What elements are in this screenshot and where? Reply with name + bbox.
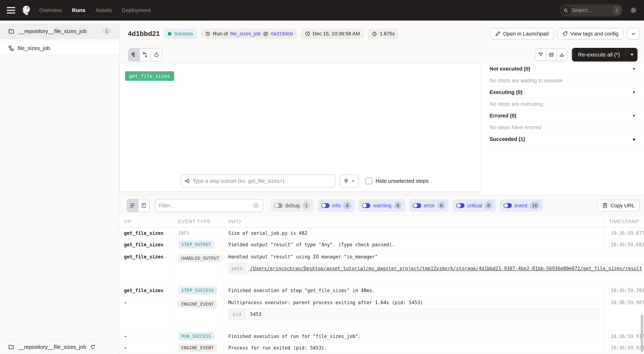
- log-row[interactable]: -RUN_SUCCESSFinished execution of run fo…: [119, 330, 644, 342]
- gantt-step-get-file-sizes[interactable]: get_file_sizes: [125, 71, 174, 81]
- log-timestamp: 10:36:59.917: [604, 330, 644, 342]
- log-info-cell: Multiprocess executor: parent process ex…: [224, 296, 604, 330]
- caret-right-icon: ▶: [633, 137, 636, 141]
- rows-button[interactable]: [546, 49, 556, 60]
- folder-icon: [8, 28, 14, 34]
- list-view-button[interactable]: [127, 199, 138, 212]
- log-row[interactable]: get_file_sizesSTEP_SUCCESSFinished execu…: [119, 285, 644, 296]
- filter-count-badge: 16: [530, 202, 539, 209]
- expand-down-button[interactable]: [536, 49, 546, 60]
- log-level-filter-debug[interactable]: debug1: [271, 199, 314, 212]
- nav-item-deployment[interactable]: Deployment: [122, 7, 151, 13]
- log-row[interactable]: -ENGINE_EVENTProcess for run exited (pid…: [119, 342, 644, 354]
- log-message: Multiprocess executor: parent process ex…: [228, 300, 423, 305]
- reexecute-all-button[interactable]: Re-execute all (*): [572, 48, 626, 62]
- main-nav: OverviewRunsAssetsDeployment: [39, 7, 151, 13]
- log-op-cell: -: [119, 296, 173, 330]
- toggle-switch-icon: [504, 203, 512, 208]
- hamburger-menu-icon[interactable]: [7, 7, 15, 14]
- log-filter-input[interactable]: [159, 203, 253, 209]
- run-duration-pill: 1.675s: [368, 29, 399, 39]
- open-in-launchpad-button[interactable]: Open in Launchpad: [490, 28, 554, 40]
- step-subset-input[interactable]: [192, 178, 332, 184]
- nav-item-overview[interactable]: Overview: [39, 7, 62, 13]
- log-row[interactable]: get_file_sizesINFOSize of serial_job.py …: [119, 227, 644, 239]
- log-op-cell: -: [119, 342, 173, 353]
- log-row[interactable]: -ENGINE_EVENTMultiprocess executor: pare…: [119, 296, 644, 330]
- refresh-icon[interactable]: [90, 344, 96, 350]
- search-shortcut-key: /: [613, 6, 620, 15]
- hide-unselected-checkbox[interactable]: [366, 178, 372, 185]
- pencil-icon: [495, 31, 500, 37]
- clipboard-icon: [602, 203, 608, 208]
- sidebar-footer-repo[interactable]: __repository__file_sizes_job: [0, 340, 119, 354]
- clock-icon: [305, 31, 310, 37]
- log-timestamp: 10:36:59.683: [604, 239, 644, 250]
- dagster-logo-icon[interactable]: [21, 5, 32, 16]
- column-header-event-type: EVENT TYPE: [173, 216, 224, 227]
- event-type-badge: STEP_OUTPUT: [178, 240, 214, 249]
- graph-query-options-button[interactable]: [340, 174, 359, 188]
- search-input[interactable]: [572, 8, 613, 13]
- step-status-section-header[interactable]: Errored (0)▼: [481, 110, 644, 122]
- log-row[interactable]: get_file_sizesSTEP_OUTPUTYielded output …: [119, 239, 644, 250]
- log-row[interactable]: get_file_sizesHANDLED_OUTPUTHandled outp…: [119, 250, 644, 285]
- scrollbar-thumb[interactable]: [641, 314, 643, 352]
- status-badge: Success: [164, 29, 197, 39]
- event-type-badge: HANDLED_OUTPUT: [178, 254, 222, 263]
- zoom-controls: [535, 49, 567, 61]
- log-level-filter-error[interactable]: error0: [409, 199, 449, 212]
- chevron-down-icon: [631, 31, 636, 37]
- copy-url-button[interactable]: Copy URL: [597, 200, 640, 211]
- event-type-badge: RUN_SUCCESS: [178, 332, 214, 340]
- reexecute-split-button: Re-execute all (*): [572, 48, 638, 62]
- reexecute-dropdown-button[interactable]: [626, 48, 638, 62]
- log-info-cell: Yielded output "result" of type "Any". (…: [224, 239, 604, 250]
- toggle-switch-icon: [321, 203, 330, 208]
- filter-label: error: [424, 203, 435, 209]
- structured-view-button[interactable]: [138, 199, 149, 212]
- log-level-filter-info[interactable]: info4: [318, 199, 354, 212]
- gear-icon[interactable]: [630, 7, 637, 14]
- log-event-type-cell: STEP_SUCCESS: [173, 285, 224, 296]
- step-status-section-header[interactable]: Executing (0)▼: [481, 87, 644, 98]
- log-level-filter-event[interactable]: event16: [500, 199, 543, 212]
- collapse-up-button[interactable]: [556, 49, 567, 60]
- log-message: Yielded output "result" of type "Any". (…: [228, 242, 395, 247]
- more-actions-button[interactable]: [627, 28, 640, 40]
- log-info-cell: Process for run exited (pid: 5453).: [224, 342, 604, 353]
- status-dot-icon: [168, 32, 172, 36]
- step-subset-input-box: [180, 174, 336, 188]
- log-level-filter-warning[interactable]: warning0: [358, 199, 405, 212]
- snapshot-link[interactable]: 0a318dcb: [271, 31, 293, 37]
- sidebar-repo-row[interactable]: __repository__file_sizes_job 1: [0, 24, 119, 39]
- event-type-badge: STEP_SUCCESS: [178, 286, 217, 295]
- nav-item-runs[interactable]: Runs: [72, 7, 86, 13]
- log-info-cell: Finished execution of step "get_file_siz…: [224, 285, 604, 296]
- timer-view-button[interactable]: [151, 48, 162, 61]
- log-level-filter-critical[interactable]: critical0: [453, 199, 496, 212]
- view-tags-config-button[interactable]: View tags and config: [557, 28, 624, 40]
- search-box[interactable]: /: [560, 4, 623, 16]
- step-status-section-header[interactable]: Not executed (0)▼: [481, 63, 644, 75]
- waterfall-view-button[interactable]: [140, 48, 151, 61]
- section-title: Errored (0): [490, 113, 516, 119]
- log-message: Finished execution of run for "file_size…: [228, 334, 361, 339]
- sidebar-item-file-sizes-job[interactable]: file_sizes_job: [0, 42, 119, 55]
- metadata-path-link[interactable]: /Users/erincochran/Desktop/asset_tutoria…: [250, 266, 642, 271]
- clear-filter-icon[interactable]: [253, 203, 259, 209]
- log-info-cell: Size of serial_job.py is 482: [224, 227, 604, 239]
- top-nav: OverviewRunsAssetsDeployment /: [0, 0, 644, 21]
- flat-gantt-view-button[interactable]: [128, 48, 140, 61]
- toggle-knob: [413, 204, 417, 208]
- log-info-cell: Finished execution of run for "file_size…: [224, 330, 604, 342]
- log-timestamp: 10:36:59.907: [604, 296, 644, 330]
- filter-label: warning: [373, 203, 391, 209]
- gantt-chart-panel: get_file_sizes: [120, 63, 481, 192]
- job-link[interactable]: file_sizes_job: [230, 31, 260, 37]
- step-status-section-header[interactable]: Succeeded (1)▶: [481, 133, 644, 145]
- toggle-knob: [504, 204, 508, 208]
- section-empty-message: No steps have errored: [481, 122, 644, 133]
- nav-item-assets[interactable]: Assets: [96, 7, 112, 13]
- log-event-type-cell: RUN_SUCCESS: [173, 330, 224, 342]
